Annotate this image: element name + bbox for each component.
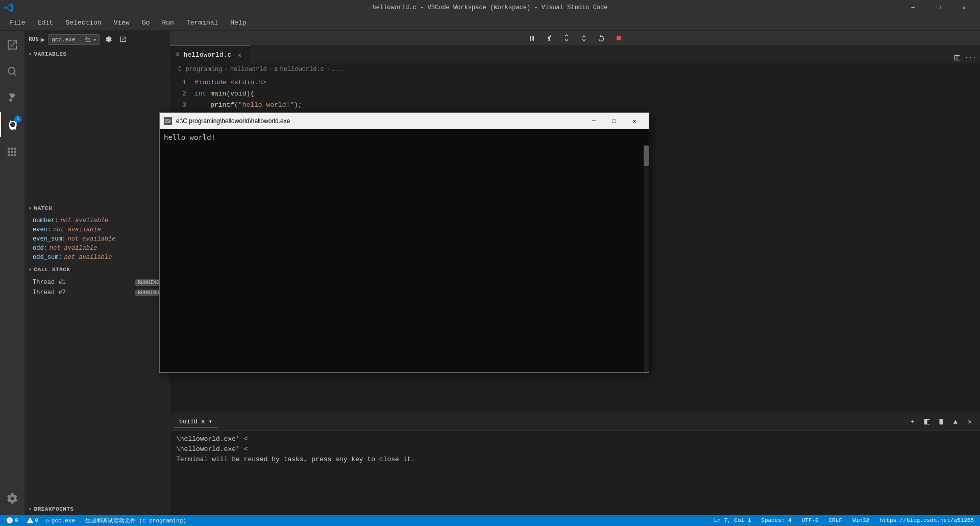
menubar: File Edit Selection View Go Run Terminal… [0,15,980,31]
statusbar-feedback[interactable]: https://blog.csdn.net/a51265 [877,517,976,523]
watch-section-header[interactable]: ▾ WATCH [24,203,170,214]
cursor-position: Ln 7, Col 1 [714,517,751,523]
breadcrumb-helloworld-c[interactable]: helloworld.c [280,66,324,73]
watch-oddsum-key: odd_sum: [33,254,62,261]
language-label: Win32 [852,517,869,523]
statusbar-language[interactable]: Win32 [850,517,871,523]
more-actions-button[interactable]: ··· [965,52,976,63]
breakpoints-label: BREAKPOINTS [34,506,74,512]
terminal-tab-build[interactable]: build a ▾ [174,416,217,428]
variables-section-header[interactable]: ▾ VARIABLES [24,49,170,60]
console-scrollbar[interactable] [644,146,649,372]
search-icon [6,65,18,78]
debug-stepout-button[interactable] [577,33,591,44]
maximize-button[interactable]: □ [927,0,950,15]
activity-search[interactable] [0,59,24,84]
debug-restart-button[interactable] [594,33,608,44]
console-minimize-button[interactable]: ─ [583,113,604,129]
variables-section: ▾ VARIABLES [24,49,170,203]
code-line-2: int main(void){ [194,88,980,100]
callstack-section-header[interactable]: ▾ CALL STACK [24,264,170,275]
breadcrumb-helloworld[interactable]: helloworld [230,66,267,73]
console-output: hello world! [160,129,649,372]
breakpoints-section-header[interactable]: ▾ BREAKPOINTS [24,504,170,515]
console-close-button[interactable]: ✕ [624,113,645,129]
statusbar-encoding[interactable]: UTF-8 [800,517,821,523]
debug-config-dropdown[interactable]: gcc.exe - 生 ▾ [48,34,100,45]
editor-tab-helloworld[interactable]: C helloworld.c ✕ [170,45,250,63]
statusbar-warnings[interactable]: 0 [24,517,41,524]
callstack-section: ▾ CALL STACK Thread #1 RUNNING Thread #2… [24,264,170,300]
terminal-panel: build a ▾ + ▲ ✕ [170,413,980,515]
breadcrumb-more[interactable]: ... [332,66,343,73]
call-stack-thread2[interactable]: Thread #2 RUNNING [24,288,170,298]
terminal-up-button[interactable]: ▲ [949,416,962,428]
debug-stepover-button[interactable] [542,33,556,44]
statusbar-errors[interactable]: 0 [4,517,20,524]
breadcrumb-sep2: › [269,66,273,73]
line-num-3: 3 [170,100,186,111]
menu-go[interactable]: Go [137,17,155,29]
statusbar-left: 0 0 ▷ gcc.exe - 生成和调试活动文件 (C programing) [4,517,188,524]
extensions-icon [6,145,18,157]
activity-explorer[interactable] [0,33,24,57]
terminal-add-button[interactable]: + [906,416,919,428]
watch-item-number: number: not available [24,216,170,225]
statusbar-line-ending[interactable]: CRLF [827,517,844,523]
statusbar-right: Ln 7, Col 1 Spaces: 4 UTF-8 CRLF Win32 h… [712,517,976,523]
activity-debug[interactable]: 1 [0,112,24,137]
statusbar-debug-info[interactable]: ▷ gcc.exe - 生成和调试活动文件 (C programing) [44,517,188,524]
breadcrumb-cprograming[interactable]: C programing [178,66,222,73]
debug-settings-button[interactable] [103,34,114,45]
debug-pause-button[interactable] [525,33,539,44]
terminal-body[interactable]: \helloworld.exe' < \helloworld.exe' < Te… [170,431,980,515]
split-editor-button[interactable] [951,52,963,63]
console-window-controls: ─ □ ✕ [583,113,645,129]
call-stack-thread1[interactable]: Thread #1 RUNNING [24,277,170,288]
menu-selection[interactable]: Selection [60,17,106,29]
console-app-icon [164,117,172,125]
titlebar: helloworld.c - VSCode Workspace (Workspa… [0,0,980,15]
watch-evensum-key: even_sum: [33,235,66,243]
tab-close-button[interactable]: ✕ [235,51,243,59]
console-output-line: hello world! [164,133,645,141]
terminal-actions: + ▲ ✕ [906,416,976,428]
debug-open-button[interactable] [117,34,129,45]
terminal-line-1: \helloworld.exe' < [176,434,974,444]
terminal-split-icon [923,418,930,425]
debug-stepinto-button[interactable] [559,33,574,44]
scrollbar-thumb [644,146,649,166]
stop-icon [615,34,623,42]
run-play-icon: ▶ [41,35,45,44]
menu-help[interactable]: Help [225,17,251,29]
terminal-split-button[interactable] [921,416,933,428]
menu-file[interactable]: File [4,17,30,29]
debug-stop-button[interactable] [611,33,626,44]
cmd-icon [165,118,171,124]
minimize-button[interactable]: ─ [901,0,925,15]
code-line-3: printf("hello world!"); [194,100,980,111]
terminal-header: build a ▾ + ▲ ✕ [170,413,980,431]
terminal-close-button[interactable]: ✕ [964,416,976,428]
close-button[interactable]: ✕ [952,0,976,15]
trash-icon [938,418,945,425]
sidebar-debug-panel: RUN ▶ gcc.exe - 生 ▾ ▾ VARIABLE [24,31,170,515]
statusbar-spaces[interactable]: Spaces: 4 [759,517,793,523]
tab-filename: helloworld.c [184,51,232,59]
menu-terminal[interactable]: Terminal [181,17,223,29]
debug-badge: 1 [14,115,21,123]
debug-controls-bar [170,31,980,46]
debug-toolbar: RUN ▶ gcc.exe - 生 ▾ [24,31,170,49]
statusbar-position[interactable]: Ln 7, Col 1 [712,517,753,523]
menu-run[interactable]: Run [157,17,179,29]
activity-source-control[interactable] [0,86,24,110]
menu-view[interactable]: View [109,17,135,29]
watch-even-key: even: [33,226,51,233]
activity-extensions[interactable] [0,139,24,163]
terminal-trash-button[interactable] [935,416,947,428]
menu-edit[interactable]: Edit [32,17,58,29]
activity-settings[interactable] [0,486,24,511]
console-maximize-button[interactable]: □ [604,113,624,129]
external-console-window: e:\C programing\helloworld\helloworld.ex… [159,112,649,373]
watch-number-key: number: [33,217,58,224]
